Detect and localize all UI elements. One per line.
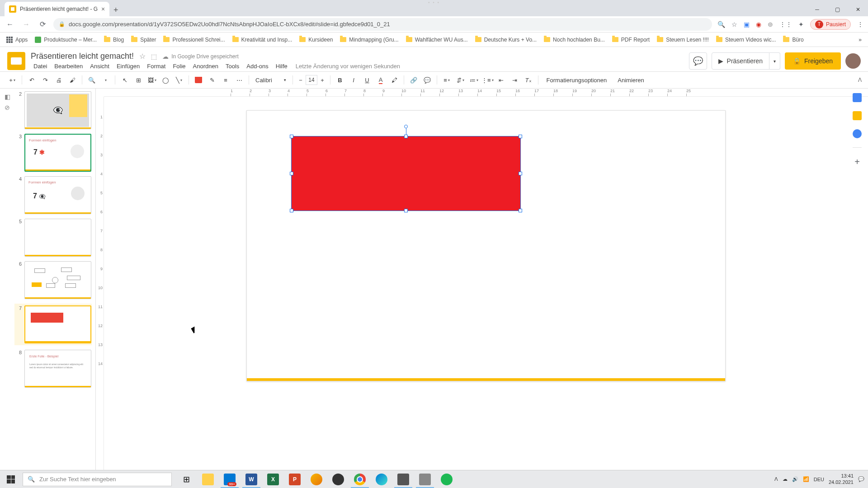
text-color-button[interactable]: A xyxy=(375,74,387,86)
resize-handle-ml[interactable] xyxy=(290,172,293,175)
line-tool[interactable]: ╲ xyxy=(173,74,185,86)
task-view-button[interactable]: ⊞ xyxy=(175,470,197,488)
notes-drag-handle[interactable]: • • • xyxy=(428,0,440,5)
vertical-ruler[interactable]: 1234567891011121314 xyxy=(96,97,104,470)
select-tool[interactable]: ↖ xyxy=(119,74,131,86)
powerpoint-icon[interactable]: P xyxy=(284,470,306,488)
start-button[interactable] xyxy=(0,470,22,488)
slide-thumbnail[interactable]: 2 👁‍🗨 xyxy=(16,91,92,129)
spotify-icon[interactable] xyxy=(436,470,458,488)
bookmark-item[interactable]: Büro xyxy=(783,37,803,43)
window-minimize-button[interactable]: ─ xyxy=(807,3,827,16)
slide-thumbnail[interactable]: 6 xyxy=(16,261,92,299)
font-size-input[interactable]: 14 xyxy=(306,75,317,85)
move-icon[interactable]: ⬚ xyxy=(151,53,157,60)
calendar-icon[interactable] xyxy=(853,93,862,102)
slides-logo-icon[interactable] xyxy=(7,52,25,70)
resize-handle-tm[interactable] xyxy=(404,135,408,138)
resize-handle-tr[interactable] xyxy=(519,135,522,138)
image-tool[interactable]: 🖼 xyxy=(146,74,158,86)
bookmark-item[interactable]: Wahlfächer WU Aus... xyxy=(406,37,468,43)
clear-formatting-button[interactable]: Tₓ xyxy=(523,74,534,86)
bookmark-item[interactable]: Steuern Videos wic... xyxy=(716,37,776,43)
bookmark-item[interactable]: PDF Report xyxy=(612,37,650,43)
menu-slide[interactable]: Folie xyxy=(170,62,188,70)
comment-button[interactable]: 💬 xyxy=(421,74,433,86)
undo-button[interactable]: ↶ xyxy=(26,74,38,86)
bookmark-star-icon[interactable]: ☆ xyxy=(731,21,737,28)
extension-icon-2[interactable]: ⊚ xyxy=(768,21,773,28)
resize-handle-bl[interactable] xyxy=(290,209,293,212)
volume-icon[interactable]: 🔊 xyxy=(792,476,798,482)
italic-button[interactable]: I xyxy=(348,74,359,86)
save-status[interactable]: ☁ In Google Drive gespeichert xyxy=(162,53,239,60)
extension-icon-3[interactable]: ⋮⋮ xyxy=(779,21,792,28)
bookmark-item[interactable]: Blog xyxy=(104,37,124,43)
reload-button[interactable]: ⟳ xyxy=(37,20,48,28)
tasks-icon[interactable] xyxy=(853,129,862,138)
rotation-handle[interactable] xyxy=(404,125,408,128)
bookmarks-overflow-icon[interactable]: » xyxy=(859,37,862,43)
underline-button[interactable]: U xyxy=(361,74,373,86)
resize-handle-tl[interactable] xyxy=(290,135,293,138)
border-weight-button[interactable]: ≡ xyxy=(220,74,231,86)
translate-icon[interactable]: ▣ xyxy=(744,21,750,28)
menu-help[interactable]: Hilfe xyxy=(273,62,290,70)
zoom-fit-button[interactable]: 🔍 xyxy=(86,74,98,86)
language-indicator[interactable]: DEU xyxy=(814,477,824,482)
taskbar-app-icon[interactable] xyxy=(414,470,436,488)
menu-tools[interactable]: Tools xyxy=(223,62,242,70)
horizontal-ruler[interactable]: 1234567891011121314151617181920212223242… xyxy=(104,89,868,97)
share-button[interactable]: 🔒 Freigeben xyxy=(785,52,841,70)
border-color-button[interactable]: ✎ xyxy=(206,74,218,86)
chrome-icon[interactable] xyxy=(349,470,371,488)
keep-icon[interactable] xyxy=(853,111,862,120)
back-button[interactable]: ← xyxy=(5,20,15,28)
collapse-toolbar-button[interactable]: ᐱ xyxy=(858,77,862,83)
account-avatar[interactable] xyxy=(845,53,861,69)
forward-button[interactable]: → xyxy=(21,20,32,28)
indent-decrease-button[interactable]: ⇤ xyxy=(495,74,507,86)
new-slide-button[interactable]: + xyxy=(6,74,18,86)
new-tab-button[interactable]: + xyxy=(109,4,122,16)
edge-icon[interactable] xyxy=(371,470,392,488)
bookmark-item[interactable]: Produktsuche – Mer... xyxy=(35,37,97,43)
notifications-icon[interactable]: 💬 xyxy=(858,476,864,482)
textbox-tool[interactable]: ⊞ xyxy=(132,74,144,86)
profile-button[interactable]: T Pausiert xyxy=(810,19,851,30)
window-close-button[interactable]: ✕ xyxy=(848,3,868,16)
browser-tab[interactable]: Präsentieren leicht gemacht! - G × xyxy=(5,2,109,16)
bookmark-item[interactable]: Noch hochladen Bu... xyxy=(544,37,605,43)
print-button[interactable]: 🖨 xyxy=(53,74,65,86)
taskbar-search[interactable]: 🔍 Zur Suche Text hier eingeben xyxy=(23,473,172,486)
present-button[interactable]: ▶ Präsentieren xyxy=(712,52,769,70)
taskbar-app-icon[interactable]: 99+ xyxy=(219,470,241,488)
resize-handle-mr[interactable] xyxy=(519,172,522,175)
star-icon[interactable]: ☆ xyxy=(139,52,146,61)
slide-thumbnail[interactable]: 3 Formen einfügen 7 ✱ xyxy=(16,134,92,172)
menu-insert[interactable]: Einfügen xyxy=(114,62,142,70)
slide-thumbnail[interactable]: 4 Formen einfügen 7 👁‍🗨 xyxy=(16,176,92,214)
font-size-increase[interactable]: + xyxy=(318,75,326,85)
gutter-icon-2[interactable]: ⊘ xyxy=(5,104,10,111)
bold-button[interactable]: B xyxy=(334,74,346,86)
taskbar-app-icon[interactable] xyxy=(306,470,327,488)
wifi-icon[interactable]: 📶 xyxy=(803,476,809,482)
bookmark-item[interactable]: Kreativität und Insp... xyxy=(232,37,292,43)
animate-button[interactable]: Animieren xyxy=(613,77,649,84)
extensions-puzzle-icon[interactable]: ✦ xyxy=(798,21,804,28)
word-icon[interactable]: W xyxy=(241,470,262,488)
link-button[interactable]: 🔗 xyxy=(408,74,420,86)
document-title[interactable]: Präsentieren leicht gemacht! xyxy=(31,52,134,61)
onedrive-icon[interactable]: ☁ xyxy=(783,476,788,482)
bookmark-item[interactable]: Deutsche Kurs + Vo... xyxy=(475,37,537,43)
zoom-dropdown[interactable] xyxy=(99,74,111,86)
paint-format-button[interactable]: 🖌 xyxy=(66,74,78,86)
indent-increase-button[interactable]: ⇥ xyxy=(509,74,521,86)
menu-file[interactable]: Datei xyxy=(31,62,50,70)
clock[interactable]: 13:41 24.02.2021 xyxy=(829,473,854,485)
bookmark-item[interactable]: Professionell Schrei... xyxy=(163,37,225,43)
menu-format[interactable]: Format xyxy=(144,62,168,70)
shape-tool[interactable]: ◯ xyxy=(160,74,171,86)
numbered-list-button[interactable]: ≔ xyxy=(468,74,480,86)
